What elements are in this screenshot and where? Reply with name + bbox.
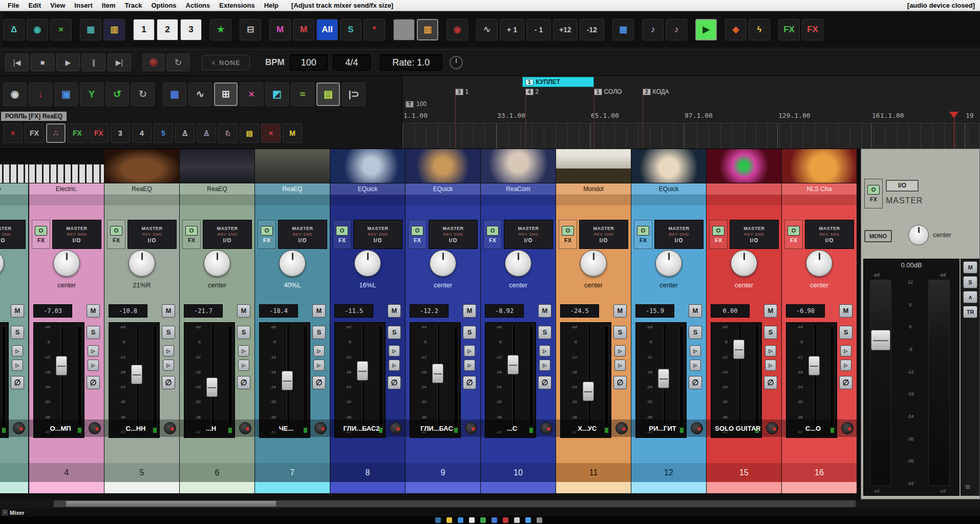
routing-matrix-icon[interactable]: ∴ (46, 123, 66, 143)
mute-button[interactable]: M (388, 304, 401, 318)
menu-item-help[interactable]: Help (260, 2, 283, 9)
fx-send-button[interactable]: ▷ (389, 360, 400, 371)
volume-readout[interactable]: -24.5 (560, 304, 599, 318)
fader-track[interactable] (134, 326, 140, 433)
menu-item-actions[interactable]: Actions (181, 2, 215, 9)
note-repeat-off-icon[interactable]: ♪ (666, 19, 687, 40)
ruler-ticks[interactable] (402, 123, 980, 149)
solo-button[interactable]: S (237, 326, 250, 339)
env-button[interactable]: ▷ (539, 345, 550, 357)
monitoring-icon[interactable]: ◉ (27, 19, 48, 40)
grip-icon[interactable]: ≡ (965, 483, 970, 492)
volume-readout[interactable]: -8.92 (485, 304, 524, 318)
region-kuplet[interactable]: 1 КУПЛЕТ (522, 77, 594, 87)
fx-slot[interactable]: ReaEQ (255, 183, 330, 195)
track-thumbnail[interactable] (631, 149, 706, 183)
env-button[interactable]: ▷ (163, 345, 174, 357)
record-arm-button[interactable] (691, 422, 703, 434)
fader-track[interactable] (585, 326, 591, 433)
record-arm-button[interactable] (13, 422, 25, 434)
track-name[interactable]: ...С (484, 425, 540, 432)
pitch-minus12-button[interactable]: -12 (580, 19, 604, 40)
track-number[interactable]: 15 (707, 463, 781, 482)
menu-item-view[interactable]: View (46, 2, 70, 9)
fader-track[interactable] (510, 326, 516, 433)
phase-button[interactable]: ∅ (839, 376, 853, 389)
record-arm-button[interactable] (766, 422, 778, 434)
timeline-marker[interactable]: 31 (455, 88, 468, 95)
fx-slot[interactable]: ReaEQ (104, 183, 179, 195)
fx-bypass-button[interactable]: O FX (483, 220, 502, 249)
recycle-icon[interactable]: ▣ (54, 82, 78, 106)
eraser-icon[interactable]: ◈ (725, 19, 747, 40)
track-thumbnail[interactable] (707, 149, 781, 183)
group-3-icon[interactable]: 3 (111, 123, 130, 143)
pan-knob[interactable] (0, 250, 4, 277)
phase-button[interactable]: ∅ (11, 376, 24, 389)
volume-readout[interactable]: -12.2 (410, 304, 449, 318)
record-arm-button[interactable] (841, 422, 854, 434)
master-fader-handle[interactable] (871, 330, 890, 350)
media-explorer-icon[interactable]: ◉ (3, 82, 27, 106)
fx-slot-empty[interactable] (707, 195, 781, 205)
mute-button[interactable]: M (689, 304, 702, 318)
spacer-icon[interactable] (393, 19, 415, 40)
fx-send-button[interactable]: ▷ (88, 360, 99, 371)
time-signature[interactable]: 4/4 (333, 54, 371, 71)
fx-send-button[interactable]: ▷ (539, 360, 550, 371)
master-volume-readout[interactable]: 0.00dB (864, 261, 959, 269)
waveform-icon[interactable]: ∿ (476, 19, 498, 40)
volume-fader-handle[interactable] (733, 340, 744, 359)
set-1-icon[interactable]: 1 (133, 19, 155, 40)
pan-knob[interactable] (279, 250, 306, 277)
env-button[interactable]: ▷ (464, 345, 475, 357)
group-4-icon[interactable]: 4 (132, 123, 152, 143)
performer-icon[interactable]: ♙ (175, 123, 195, 143)
marker-m-icon[interactable]: M (269, 19, 291, 40)
mixer-scrollbar[interactable] (53, 500, 856, 508)
fx-slot[interactable]: NLS Cha (782, 183, 857, 195)
fx-bypass-button[interactable]: O FX (182, 220, 201, 249)
fx-bypass-button[interactable]: O FX (333, 220, 351, 249)
fx-slot[interactable]: EQuick (330, 183, 405, 195)
solo-button[interactable]: S (87, 326, 100, 339)
track-name[interactable]: О...МП (32, 425, 89, 432)
volume-readout[interactable]: -15.9 (635, 304, 674, 318)
wave-edit-icon[interactable]: ∿ (188, 82, 212, 106)
volume-fader-handle[interactable] (56, 356, 67, 375)
fx-slot-empty[interactable] (0, 195, 28, 205)
menu-item-options[interactable]: Options (146, 2, 181, 9)
taskbar-app-1[interactable] (435, 517, 441, 523)
fx-bypass-button[interactable]: O FX (408, 220, 427, 249)
track-thumbnail[interactable] (255, 149, 330, 183)
go-start-button[interactable]: |◀ (5, 54, 29, 71)
solo-button[interactable]: S (162, 326, 175, 339)
repeat-button[interactable]: ↻ (167, 54, 189, 71)
undo-icon[interactable]: ↺ (105, 82, 129, 106)
pan-knob[interactable] (204, 250, 230, 277)
track-thumbnail[interactable] (330, 149, 405, 183)
fx-send-button[interactable]: ▷ (614, 360, 626, 371)
menu-item-extensions[interactable]: Extensions (215, 2, 259, 9)
phase-button[interactable]: ∅ (87, 376, 100, 389)
set-2-icon[interactable]: 2 (157, 19, 178, 40)
fx-slot-empty[interactable] (631, 195, 706, 205)
fx-slot[interactable]: EQuick (406, 183, 480, 195)
mixer-tab[interactable]: Mixer (10, 510, 25, 516)
fader-track[interactable] (435, 326, 441, 433)
timeline-marker[interactable]: 1СОЛО (594, 88, 622, 95)
env-button[interactable]: ▷ (690, 345, 701, 357)
volume-readout[interactable]: -21.7 (184, 304, 223, 318)
fx-slot-empty[interactable] (255, 195, 330, 205)
track-thumbnail[interactable] (406, 149, 480, 183)
pitch-plus12-button[interactable]: +12 (553, 19, 578, 40)
color-x-icon[interactable]: × (240, 82, 263, 106)
fx-send-button[interactable]: ▷ (313, 360, 325, 371)
track-number[interactable]: 11 (556, 463, 631, 482)
tuner-fork-icon[interactable]: Y (80, 82, 103, 106)
phase-button[interactable]: ∅ (689, 376, 702, 389)
io-routing-button[interactable]: MASTER REV SND I/O (730, 220, 779, 249)
track-name[interactable]: ГЛИ...БАС2 (333, 425, 390, 432)
midi-editor-icon[interactable]: ▤ (316, 82, 340, 106)
record-arm-button[interactable] (239, 422, 251, 434)
